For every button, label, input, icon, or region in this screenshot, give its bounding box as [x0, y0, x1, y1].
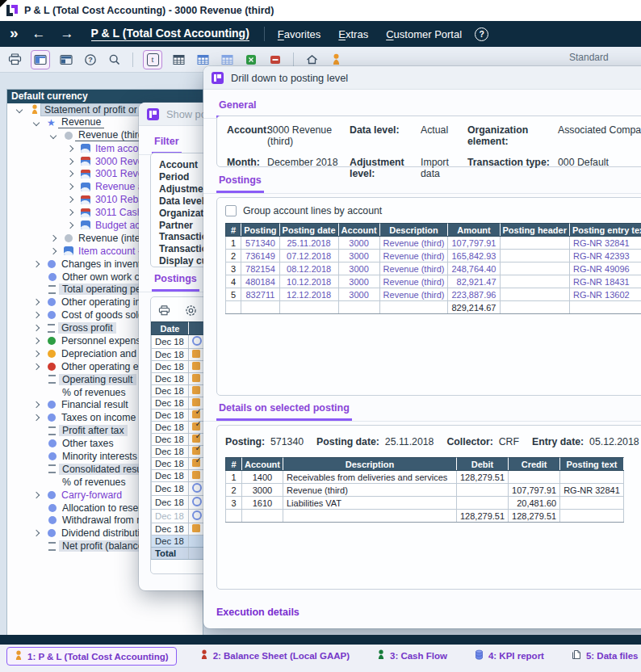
text-view-selected-icon[interactable]: t: [143, 50, 162, 69]
detail-row[interactable]: 31610Liabilities VAT20,481.60: [226, 497, 624, 510]
column-header[interactable]: Posting date: [279, 224, 338, 237]
expand-chevron-icon[interactable]: [67, 222, 73, 229]
tab-postings[interactable]: Postings: [216, 174, 264, 193]
workbook-tab[interactable]: 1: P & L (Total Cost Accounting): [6, 647, 177, 666]
detail-row[interactable]: 11400Receivables from deliveries and ser…: [226, 471, 624, 484]
expand-chevron-icon[interactable]: [33, 401, 40, 408]
printer-icon[interactable]: [157, 304, 170, 317]
search-icon[interactable]: [107, 52, 123, 68]
field-label: Organization element:: [467, 124, 558, 147]
account-chart-icon: [61, 246, 75, 255]
execution-details-link[interactable]: Execution details: [216, 607, 300, 618]
expand-chevron-icon[interactable]: [33, 530, 40, 536]
field-label: Data level:: [350, 124, 421, 147]
grid-blue-icon[interactable]: [195, 52, 211, 68]
gray-circle-icon: [61, 132, 75, 140]
column-header[interactable]: Credit: [509, 458, 560, 471]
sum-icon: [45, 542, 59, 551]
column-header[interactable]: Posting text: [560, 458, 624, 471]
column-header[interactable]: Description: [379, 224, 448, 237]
workbook-tab[interactable]: 3: Cash Flow: [373, 647, 451, 664]
expand-chevron-icon[interactable]: [33, 299, 40, 305]
postings-total-row: 829,214.67: [226, 301, 641, 314]
sum-icon: [45, 375, 59, 384]
postings-table: #PostingPosting dateAccountDescriptionAm…: [225, 223, 641, 314]
expand-chevron-icon[interactable]: [33, 260, 40, 267]
svg-text:?: ?: [88, 56, 93, 64]
excel-export-icon[interactable]: [243, 52, 259, 68]
column-header[interactable]: Account: [242, 458, 283, 471]
expand-chevron-icon[interactable]: [33, 312, 40, 318]
expand-chevron-icon[interactable]: [50, 235, 57, 242]
forward-icon[interactable]: →: [61, 26, 74, 42]
nav-extras[interactable]: Extras: [338, 28, 368, 40]
divider: [264, 27, 265, 41]
expand-chevron-icon[interactable]: [67, 183, 73, 190]
printer-icon[interactable]: [6, 52, 23, 68]
workbook-tab[interactable]: 2: Balance Sheet (Local GAAP): [196, 647, 354, 664]
help-icon[interactable]: ?: [82, 52, 98, 68]
column-header[interactable]: Posting entry text: [569, 224, 641, 237]
expand-chevron-icon[interactable]: [67, 145, 73, 151]
green-circle-icon: [44, 337, 58, 345]
expand-chevron-icon[interactable]: [67, 196, 73, 203]
dialog-titlebar[interactable]: Drill down to posting level: [203, 66, 641, 90]
expand-chevron-icon[interactable]: [67, 158, 73, 164]
blue-circle-icon: [45, 504, 59, 512]
collapse-chevron-icon[interactable]: [16, 107, 23, 113]
expand-chevron-icon[interactable]: [67, 170, 73, 177]
grid-dark-icon[interactable]: [170, 52, 186, 68]
database-icon: [475, 649, 484, 662]
nav-favorites[interactable]: Favorites: [278, 28, 320, 40]
column-header[interactable]: Debit: [457, 458, 509, 471]
report-layout-icon[interactable]: [58, 52, 74, 68]
bottom-divider-bar: [0, 635, 641, 645]
posting-row[interactable]: 448018410.12.20183000Revenue (third)82,9…: [226, 275, 641, 288]
sidebar-expand-icon[interactable]: »: [10, 24, 17, 42]
posting-row[interactable]: 157134025.11.20183000Revenue (third)107,…: [226, 237, 641, 250]
column-header[interactable]: Posting header: [500, 224, 569, 237]
column-header[interactable]: #: [226, 224, 241, 237]
group-by-account-checkbox[interactable]: [225, 205, 237, 216]
posting-row[interactable]: 583271112.12.20183000Revenue (third)223,…: [226, 288, 641, 301]
column-header[interactable]: Description: [283, 458, 457, 471]
profile-selector[interactable]: Standard: [569, 52, 609, 63]
home-icon[interactable]: [304, 52, 320, 68]
column-header[interactable]: Account: [338, 224, 379, 237]
column-header[interactable]: #: [226, 458, 242, 471]
remove-icon[interactable]: [267, 52, 283, 68]
collapse-chevron-icon[interactable]: [33, 120, 40, 126]
posting-row[interactable]: 273614907.12.20183000Revenue (third)165,…: [226, 250, 641, 262]
tab-postings-mid[interactable]: Postings: [152, 273, 199, 292]
account-chart-icon: [78, 208, 92, 217]
expand-chevron-icon[interactable]: [33, 491, 40, 498]
expand-chevron-icon[interactable]: [33, 325, 40, 331]
blue-circle-icon: [44, 401, 58, 409]
workbook-tab[interactable]: 4: KPI report: [471, 647, 548, 664]
report-layout-selected-icon[interactable]: [31, 50, 50, 69]
expand-chevron-icon[interactable]: [33, 351, 40, 357]
highlight-icon[interactable]: [328, 52, 344, 68]
expand-chevron-icon[interactable]: [33, 363, 40, 370]
nav-customer-portal[interactable]: Customer Portal: [386, 28, 462, 40]
posting-row[interactable]: 378215408.12.20183000Revenue (third)248,…: [226, 262, 641, 275]
red-circle-icon: [44, 363, 58, 371]
grid-light-icon[interactable]: [219, 52, 235, 68]
help-icon[interactable]: ?: [475, 27, 488, 41]
column-header[interactable]: Posting: [241, 224, 279, 237]
column-header[interactable]: Amount: [448, 224, 500, 237]
back-icon[interactable]: ←: [32, 26, 46, 42]
detail-row[interactable]: 23000Revenue (third)107,797.91RG-NR 3284…: [226, 484, 624, 497]
tab-details-selected-posting[interactable]: Details on selected posting: [216, 402, 352, 421]
workbook-tab[interactable]: 5: Data files: [568, 647, 641, 664]
expand-chevron-icon[interactable]: [33, 338, 40, 344]
tab-filter[interactable]: Filter: [152, 136, 182, 154]
current-view-title[interactable]: P & L (Total Cost Accounting): [91, 27, 249, 41]
dialog-title: Drill down to posting level: [231, 72, 348, 84]
collapse-chevron-icon[interactable]: [50, 132, 57, 138]
expand-chevron-icon[interactable]: [67, 209, 73, 216]
blue-circle-icon: [44, 491, 58, 499]
expand-chevron-icon[interactable]: [33, 414, 40, 421]
expand-chevron-icon[interactable]: [50, 247, 57, 254]
stamp-icon[interactable]: [184, 304, 197, 317]
